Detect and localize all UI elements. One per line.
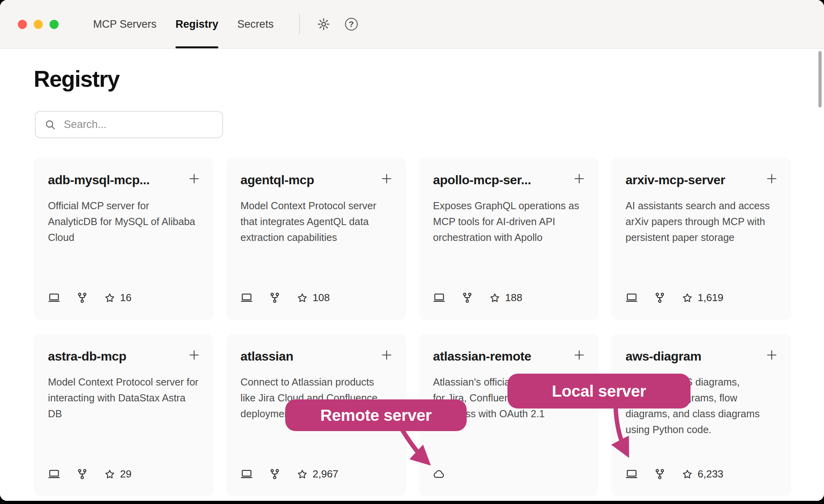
server-card: astra-db-mcp Model Context Protocol serv… bbox=[34, 334, 214, 496]
github-fork-icon[interactable] bbox=[461, 292, 473, 304]
star-icon bbox=[297, 469, 308, 480]
server-name: aws-diagram bbox=[626, 349, 701, 364]
laptop-icon bbox=[626, 468, 638, 480]
card-footer: 29 bbox=[48, 468, 199, 480]
search-box bbox=[35, 111, 223, 138]
card-footer bbox=[433, 468, 584, 480]
star-count: 16 bbox=[104, 292, 132, 304]
github-fork-icon[interactable] bbox=[76, 292, 88, 304]
search-input[interactable] bbox=[63, 118, 214, 131]
laptop-icon bbox=[240, 292, 253, 304]
gear-icon bbox=[317, 17, 330, 31]
laptop-icon bbox=[240, 468, 253, 480]
add-server-button[interactable] bbox=[380, 348, 393, 362]
add-server-button[interactable] bbox=[765, 172, 778, 185]
help-icon: ? bbox=[345, 18, 358, 31]
remote-server-callout: Remote server bbox=[285, 399, 467, 431]
card-footer: 16 bbox=[48, 292, 199, 304]
add-server-button[interactable] bbox=[380, 172, 393, 185]
star-count: 188 bbox=[489, 292, 522, 304]
server-name: astra-db-mcp bbox=[48, 349, 126, 364]
card-footer: 108 bbox=[240, 292, 392, 304]
add-server-button[interactable] bbox=[187, 348, 201, 362]
github-fork-icon[interactable] bbox=[76, 468, 88, 480]
server-name: apollo-mcp-ser... bbox=[433, 173, 531, 187]
server-description: Official MCP server for AnalyticDB for M… bbox=[48, 198, 199, 245]
server-card: apollo-mcp-ser... Exposes GraphQL operat… bbox=[419, 158, 599, 320]
server-name: adb-mysql-mcp... bbox=[48, 173, 150, 187]
star-count: 1,619 bbox=[682, 292, 723, 304]
plus-icon bbox=[187, 348, 201, 362]
main-tabs: MCP Servers Registry Secrets bbox=[84, 0, 283, 48]
star-count-value: 16 bbox=[120, 292, 132, 304]
star-count-value: 2,967 bbox=[313, 468, 338, 480]
star-icon bbox=[489, 292, 500, 304]
star-icon bbox=[682, 469, 693, 480]
star-count-value: 108 bbox=[313, 292, 330, 304]
star-icon bbox=[682, 292, 693, 304]
traffic-lights bbox=[0, 0, 59, 48]
toolbar-divider bbox=[299, 14, 300, 34]
server-card: arxiv-mcp-server AI assistants search an… bbox=[611, 158, 791, 320]
plus-icon bbox=[765, 348, 778, 362]
star-count-value: 1,619 bbox=[698, 292, 723, 304]
star-count-value: 29 bbox=[120, 468, 132, 480]
server-card: aws-diagram Generate AWS diagrams, seque… bbox=[611, 334, 791, 496]
github-fork-icon[interactable] bbox=[654, 292, 666, 304]
github-fork-icon[interactable] bbox=[654, 468, 666, 480]
plus-icon bbox=[572, 172, 586, 185]
titlebar: MCP Servers Registry Secrets ? bbox=[0, 0, 824, 49]
star-icon bbox=[104, 292, 115, 304]
server-card: adb-mysql-mcp... Official MCP server for… bbox=[34, 158, 214, 320]
help-button[interactable]: ? bbox=[343, 15, 360, 33]
star-count: 6,233 bbox=[682, 468, 723, 480]
plus-icon bbox=[187, 172, 201, 185]
server-name: agentql-mcp bbox=[240, 173, 314, 187]
add-server-button[interactable] bbox=[572, 348, 586, 362]
add-server-button[interactable] bbox=[572, 172, 586, 185]
app-window: MCP Servers Registry Secrets ? Registry bbox=[0, 0, 824, 501]
star-count: 29 bbox=[104, 468, 132, 480]
add-server-button[interactable] bbox=[187, 172, 201, 185]
close-button[interactable] bbox=[18, 20, 27, 29]
laptop-icon bbox=[626, 292, 638, 304]
server-name: atlassian bbox=[240, 349, 293, 364]
plus-icon bbox=[380, 348, 393, 362]
server-description: Model Context Protocol server that integ… bbox=[240, 198, 392, 245]
page-title: Registry bbox=[34, 66, 824, 92]
scrollbar-thumb[interactable] bbox=[818, 51, 822, 107]
card-footer: 2,967 bbox=[240, 468, 392, 480]
server-card-grid: adb-mysql-mcp... Official MCP server for… bbox=[34, 158, 791, 496]
tab-secrets[interactable]: Secrets bbox=[228, 0, 283, 48]
card-footer: 6,233 bbox=[626, 468, 777, 480]
star-count-value: 188 bbox=[505, 292, 522, 304]
add-server-button[interactable] bbox=[765, 348, 778, 362]
minimize-button[interactable] bbox=[34, 20, 43, 29]
server-name: atlassian-remote bbox=[433, 349, 531, 364]
star-icon bbox=[297, 292, 308, 304]
settings-button[interactable] bbox=[315, 15, 332, 33]
server-name: arxiv-mcp-server bbox=[626, 173, 725, 187]
star-count: 108 bbox=[297, 292, 330, 304]
server-description: Model Context Protocol server for intera… bbox=[48, 374, 199, 422]
local-server-callout: Local server bbox=[507, 374, 690, 409]
plus-icon bbox=[380, 172, 393, 185]
github-fork-icon[interactable] bbox=[269, 468, 281, 480]
laptop-icon bbox=[48, 292, 60, 304]
github-fork-icon[interactable] bbox=[269, 292, 281, 304]
card-footer: 1,619 bbox=[626, 292, 777, 304]
server-description: Exposes GraphQL operations as MCP tools … bbox=[433, 198, 584, 245]
cloud-icon bbox=[433, 468, 445, 480]
laptop-icon bbox=[433, 292, 445, 304]
star-count: 2,967 bbox=[297, 468, 338, 480]
star-icon bbox=[104, 469, 115, 480]
server-card: agentql-mcp Model Context Protocol serve… bbox=[226, 158, 406, 320]
search-icon bbox=[44, 119, 56, 130]
tab-registry[interactable]: Registry bbox=[166, 0, 228, 48]
tab-mcp-servers[interactable]: MCP Servers bbox=[84, 0, 166, 48]
card-footer: 188 bbox=[433, 292, 584, 304]
plus-icon bbox=[572, 348, 586, 362]
laptop-icon bbox=[48, 468, 60, 480]
zoom-button[interactable] bbox=[50, 20, 59, 29]
star-count-value: 6,233 bbox=[698, 468, 723, 480]
